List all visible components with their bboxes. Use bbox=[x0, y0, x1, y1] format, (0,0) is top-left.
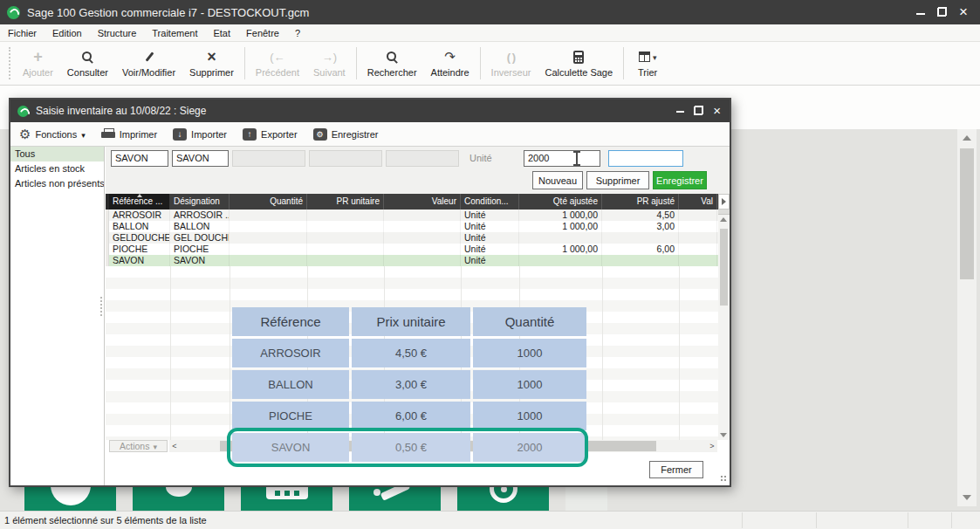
scroll-up-arrow[interactable] bbox=[963, 135, 971, 141]
minimize-icon bbox=[916, 13, 925, 15]
column-header-pr-unitaire[interactable]: PR unitaire bbox=[307, 194, 384, 210]
overlay-header-reference: Référence bbox=[232, 307, 349, 336]
resize-grip[interactable] bbox=[720, 475, 728, 483]
grid-scroll-down-arrow[interactable] bbox=[720, 433, 727, 437]
pr-ajuste-input[interactable] bbox=[608, 150, 683, 167]
status-bar: 1 élément sélectionné sur 5 éléments de … bbox=[0, 511, 980, 529]
menu-help[interactable]: ? bbox=[295, 28, 300, 38]
grid-splitter-handle[interactable] bbox=[718, 210, 730, 215]
grid-scroll-right-button[interactable]: > bbox=[707, 440, 717, 452]
toolbar-ajouter-button[interactable]: Ajouter bbox=[16, 42, 60, 85]
column-header-val[interactable]: Val bbox=[679, 194, 717, 210]
dashboard-tile-5[interactable] bbox=[457, 487, 549, 511]
enregistrer-toolbar-button[interactable]: ⚙ Enregistrer bbox=[313, 128, 379, 141]
supprimer-button[interactable]: Supprimer bbox=[586, 171, 649, 189]
toolbar-grip[interactable] bbox=[9, 47, 11, 79]
toolbar-precedent-button[interactable]: Précédent bbox=[249, 42, 306, 85]
grid-vertical-scrollbar[interactable] bbox=[718, 210, 730, 440]
overlay-header-row: Référence Prix unitaire Quantité bbox=[232, 307, 586, 336]
grid-rows: ARROSOIR ARROSOIR ... Unité 1 000,00 4,5… bbox=[106, 210, 718, 266]
toolbar-inverseur-button[interactable]: Inverseur bbox=[484, 42, 538, 85]
table-row-arrosoir[interactable]: ARROSOIR ARROSOIR ... Unité 1 000,00 4,5… bbox=[106, 210, 718, 221]
grid-scroll-up-arrow[interactable] bbox=[720, 217, 727, 222]
main-window-title: Sage 100 Gestion commerciale i7 - DESTOC… bbox=[27, 6, 309, 19]
enregistrer-button[interactable]: Enregistrer bbox=[653, 171, 707, 189]
toolbar-rechercher-button[interactable]: Rechercher bbox=[360, 42, 424, 85]
column-header-designation[interactable]: Désignation bbox=[170, 194, 230, 210]
dashboard-tile-1[interactable] bbox=[24, 487, 116, 511]
table-row-geldouche[interactable]: GELDOUCHE GEL DOUCHE Unité bbox=[106, 232, 718, 244]
search-icon bbox=[386, 50, 398, 65]
scrollbar-thumb[interactable] bbox=[960, 148, 974, 279]
fonctions-menu-button[interactable]: Fonctions bbox=[19, 127, 86, 142]
curved-arrow-icon bbox=[444, 50, 456, 65]
save-gear-icon: ⚙ bbox=[313, 128, 327, 141]
menu-edition[interactable]: Edition bbox=[52, 28, 82, 38]
minimize-button[interactable] bbox=[916, 6, 925, 18]
menu-etat[interactable]: Etat bbox=[213, 28, 230, 38]
header-scroll-right-button[interactable] bbox=[718, 194, 730, 210]
dialog-maximize-button[interactable] bbox=[695, 105, 702, 117]
filter-sidebar: Tous Articles en stock Articles non prés… bbox=[10, 147, 105, 485]
toolbar-voir-modifier-button[interactable]: Voir/Modifier bbox=[115, 42, 182, 85]
column-header-qte-ajustee[interactable]: Qté ajustée bbox=[519, 194, 602, 210]
dashboard-tile-3[interactable] bbox=[241, 487, 332, 511]
actions-dropdown-button[interactable]: Actions bbox=[109, 440, 168, 452]
table-row-pioche[interactable]: PIOCHE PIOCHE Unité 1 000,00 6,00 bbox=[106, 244, 718, 255]
designation-field[interactable]: SAVON bbox=[172, 150, 229, 167]
sidebar-item-tous[interactable]: Tous bbox=[10, 147, 104, 161]
circle-icon bbox=[51, 487, 91, 505]
restore-button[interactable] bbox=[937, 6, 947, 18]
toolbar-trier-button[interactable]: Trier bbox=[627, 42, 668, 85]
table-row-savon-selected[interactable]: SAVON SAVON Unité bbox=[106, 255, 718, 266]
menu-traitement[interactable]: Traitement bbox=[152, 28, 197, 38]
dialog-close-button[interactable]: × bbox=[713, 105, 721, 117]
fermer-button[interactable]: Fermer bbox=[649, 461, 703, 478]
dashboard-tile-2[interactable] bbox=[133, 487, 224, 511]
statusbar-separator bbox=[816, 512, 817, 528]
menu-fenetre[interactable]: Fenêtre bbox=[246, 28, 279, 38]
grid-scrollbar-thumb[interactable] bbox=[720, 229, 728, 306]
overlay-row-pioche: PIOCHE 6,00 € 1000 bbox=[232, 402, 586, 430]
card-dots-icon bbox=[266, 487, 308, 499]
sage-dialog-icon bbox=[17, 106, 29, 117]
column-header-condition[interactable]: Condition... bbox=[461, 194, 519, 210]
menu-fichier[interactable]: Fichier bbox=[8, 28, 37, 38]
imprimer-button[interactable]: Imprimer bbox=[101, 128, 157, 140]
dashboard-tile-4[interactable] bbox=[349, 487, 441, 511]
dialog-minimize-button[interactable] bbox=[676, 105, 684, 117]
restore-icon bbox=[937, 7, 947, 17]
toolbar-consulter-button[interactable]: Consulter bbox=[60, 42, 115, 85]
column-header-valeur[interactable]: Valeur bbox=[384, 194, 461, 210]
table-row-ballon[interactable]: BALLON BALLON Unité 1 000,00 3,00 bbox=[106, 221, 718, 232]
sage-app-icon bbox=[7, 6, 20, 19]
column-header-reference[interactable]: Référence ... bbox=[109, 194, 170, 210]
app-vertical-scrollbar[interactable] bbox=[957, 129, 977, 506]
nouveau-button[interactable]: Nouveau bbox=[532, 171, 583, 189]
exporter-button[interactable]: ↑ Exporter bbox=[243, 128, 298, 141]
grid-header: Référence ... Désignation Quantité PR un… bbox=[106, 194, 718, 210]
column-header-quantite[interactable]: Quantité bbox=[230, 194, 307, 210]
importer-button[interactable]: ↓ Importer bbox=[173, 128, 227, 141]
import-icon: ↓ bbox=[173, 128, 187, 141]
sidebar-item-articles-non-presents[interactable]: Articles non présents bbox=[10, 176, 104, 191]
scroll-down-arrow[interactable] bbox=[963, 495, 971, 500]
toolbar-atteindre-button[interactable]: Atteindre bbox=[424, 42, 476, 85]
toolbar-supprimer-button[interactable]: Supprimer bbox=[182, 42, 241, 85]
dialog-titlebar[interactable]: Saisie inventaire au 10/08/22 : Siege × bbox=[10, 100, 730, 122]
overlay-price-table: Référence Prix unitaire Quantité ARROSOI… bbox=[230, 305, 589, 464]
sidebar-item-articles-en-stock[interactable]: Articles en stock bbox=[10, 161, 104, 176]
column-header-pr-ajuste[interactable]: PR ajusté bbox=[602, 194, 679, 210]
toolbar-separator bbox=[244, 47, 245, 79]
overlay-row-arrosoir: ARROSOIR 4,50 € 1000 bbox=[232, 339, 586, 368]
menu-structure[interactable]: Structure bbox=[98, 28, 137, 38]
reference-field[interactable]: SAVON bbox=[111, 150, 168, 167]
qty-ajustee-input[interactable]: 2000 bbox=[524, 150, 600, 167]
pane-splitter-handle[interactable] bbox=[100, 297, 103, 316]
overlay-header-prix-unitaire: Prix unitaire bbox=[352, 307, 470, 336]
toolbar-suivant-button[interactable]: Suivant bbox=[306, 42, 353, 85]
close-button[interactable]: × bbox=[959, 6, 968, 18]
grid-scroll-left-button[interactable]: < bbox=[169, 440, 180, 452]
chevron-down-icon bbox=[153, 441, 157, 451]
toolbar-calculette-button[interactable]: Calculette Sage bbox=[538, 42, 620, 85]
